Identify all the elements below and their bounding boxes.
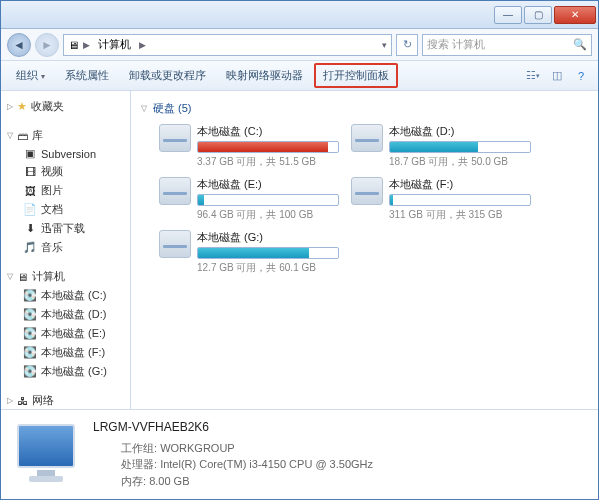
drives-grid: 本地磁盘 (C:) 3.37 GB 可用，共 51.5 GB 本地磁盘 (D:)… — [141, 120, 588, 285]
body: ▷★收藏夹 ▽🗃库 ▣Subversion 🎞视频 🖼图片 📄文档 ⬇迅雷下载 … — [1, 91, 598, 409]
drive-icon — [159, 177, 191, 205]
details-body: LRGM-VVFHAEB2K6 工作组: WORKGROUP 处理器: Inte… — [93, 420, 373, 490]
chevron-down-icon[interactable]: ▾ — [382, 40, 387, 50]
toolbar-map-network-drive[interactable]: 映射网络驱动器 — [217, 63, 312, 88]
nav-drive-d[interactable]: 💽本地磁盘 (D:) — [5, 305, 126, 324]
usage-bar — [197, 247, 339, 259]
music-icon: 🎵 — [23, 241, 37, 254]
drive-info: 18.7 GB 可用，共 50.0 GB — [389, 155, 531, 169]
star-icon: ★ — [17, 100, 27, 113]
drive-info: 311 GB 可用，共 315 GB — [389, 208, 531, 222]
breadcrumb-segment[interactable]: 计算机 — [94, 37, 135, 52]
chevron-down-icon: ▷ — [7, 102, 13, 111]
usage-bar — [197, 141, 339, 153]
usage-bar-fill — [390, 142, 478, 152]
drive-item-f[interactable]: 本地磁盘 (F:) 311 GB 可用，共 315 GB — [351, 177, 531, 222]
drive-icon: 💽 — [23, 289, 37, 302]
network-icon: 🖧 — [17, 395, 28, 407]
group-header-hdd[interactable]: ▽硬盘 (5) — [141, 97, 588, 120]
drive-item-c[interactable]: 本地磁盘 (C:) 3.37 GB 可用，共 51.5 GB — [159, 124, 339, 169]
drive-name: 本地磁盘 (C:) — [197, 124, 339, 139]
details-pane: LRGM-VVFHAEB2K6 工作组: WORKGROUP 处理器: Inte… — [1, 409, 598, 499]
minimize-button[interactable]: ― — [494, 6, 522, 24]
toolbar: 组织▾ 系统属性 卸载或更改程序 映射网络驱动器 打开控制面板 ☷▾ ◫ ? — [1, 61, 598, 91]
picture-icon: 🖼 — [23, 185, 37, 197]
usage-bar-fill — [198, 195, 204, 205]
search-icon: 🔍 — [573, 38, 587, 51]
chevron-down-icon: ▽ — [141, 104, 147, 113]
nav-computer[interactable]: ▽🖥计算机 — [5, 267, 126, 286]
usage-bar — [197, 194, 339, 206]
drive-icon: 💽 — [23, 327, 37, 340]
chevron-right-icon: ▶ — [139, 40, 146, 50]
drive-icon — [159, 124, 191, 152]
drive-item-g[interactable]: 本地磁盘 (G:) 12.7 GB 可用，共 60.1 GB — [159, 230, 339, 275]
maximize-button[interactable]: ▢ — [524, 6, 552, 24]
computer-large-icon — [11, 420, 81, 490]
usage-bar — [389, 141, 531, 153]
folder-icon: ▣ — [23, 147, 37, 160]
nav-drive-g[interactable]: 💽本地磁盘 (G:) — [5, 362, 126, 381]
nav-lib-music[interactable]: 🎵音乐 — [5, 238, 126, 257]
chevron-down-icon: ▽ — [7, 272, 13, 281]
nav-lib-videos[interactable]: 🎞视频 — [5, 162, 126, 181]
computer-icon: 🖥 — [17, 271, 28, 283]
help-button[interactable]: ? — [570, 66, 592, 86]
toolbar-uninstall[interactable]: 卸载或更改程序 — [120, 63, 215, 88]
detail-cpu: 处理器: Intel(R) Core(TM) i3-4150 CPU @ 3.5… — [93, 456, 373, 473]
drive-name: 本地磁盘 (D:) — [389, 124, 531, 139]
search-placeholder: 搜索 计算机 — [427, 37, 485, 52]
computer-name: LRGM-VVFHAEB2K6 — [93, 420, 373, 434]
close-button[interactable]: ✕ — [554, 6, 596, 24]
library-icon: 🗃 — [17, 130, 28, 142]
nav-network[interactable]: ▷🖧网络 — [5, 391, 126, 409]
explorer-window: ― ▢ ✕ ◄ ► 🖥 ▶ 计算机 ▶ ▾ ↻ 搜索 计算机 🔍 组织▾ 系统属… — [0, 0, 599, 500]
video-icon: 🎞 — [23, 166, 37, 178]
drive-name: 本地磁盘 (G:) — [197, 230, 339, 245]
usage-bar — [389, 194, 531, 206]
nav-drive-f[interactable]: 💽本地磁盘 (F:) — [5, 343, 126, 362]
detail-memory: 内存: 8.00 GB — [93, 473, 373, 490]
drive-icon: 💽 — [23, 346, 37, 359]
address-bar: ◄ ► 🖥 ▶ 计算机 ▶ ▾ ↻ 搜索 计算机 🔍 — [1, 29, 598, 61]
content-pane: ▽硬盘 (5) 本地磁盘 (C:) 3.37 GB 可用，共 51.5 GB 本… — [131, 91, 598, 409]
nav-lib-downloads[interactable]: ⬇迅雷下载 — [5, 219, 126, 238]
drive-item-e[interactable]: 本地磁盘 (E:) 96.4 GB 可用，共 100 GB — [159, 177, 339, 222]
view-options-button[interactable]: ☷▾ — [522, 66, 544, 86]
detail-workgroup: 工作组: WORKGROUP — [93, 440, 373, 457]
download-icon: ⬇ — [23, 222, 37, 235]
toolbar-organize[interactable]: 组织▾ — [7, 63, 54, 88]
nav-lib-subversion[interactable]: ▣Subversion — [5, 145, 126, 162]
toolbar-control-panel[interactable]: 打开控制面板 — [314, 63, 398, 88]
preview-pane-button[interactable]: ◫ — [546, 66, 568, 86]
refresh-button[interactable]: ↻ — [396, 34, 418, 56]
drive-info: 96.4 GB 可用，共 100 GB — [197, 208, 339, 222]
computer-icon: 🖥 — [68, 39, 79, 51]
drive-icon — [351, 177, 383, 205]
drive-icon: 💽 — [23, 308, 37, 321]
nav-forward-button[interactable]: ► — [35, 33, 59, 57]
address-box[interactable]: 🖥 ▶ 计算机 ▶ ▾ — [63, 34, 392, 56]
nav-lib-pictures[interactable]: 🖼图片 — [5, 181, 126, 200]
drive-icon — [159, 230, 191, 258]
usage-bar-fill — [198, 248, 309, 258]
drive-name: 本地磁盘 (F:) — [389, 177, 531, 192]
nav-drive-c[interactable]: 💽本地磁盘 (C:) — [5, 286, 126, 305]
titlebar: ― ▢ ✕ — [1, 1, 598, 29]
document-icon: 📄 — [23, 203, 37, 216]
nav-drive-e[interactable]: 💽本地磁盘 (E:) — [5, 324, 126, 343]
nav-favorites[interactable]: ▷★收藏夹 — [5, 97, 126, 116]
drive-icon: 💽 — [23, 365, 37, 378]
usage-bar-fill — [390, 195, 393, 205]
chevron-down-icon: ▷ — [7, 396, 13, 405]
nav-libraries[interactable]: ▽🗃库 — [5, 126, 126, 145]
nav-back-button[interactable]: ◄ — [7, 33, 31, 57]
drive-item-d[interactable]: 本地磁盘 (D:) 18.7 GB 可用，共 50.0 GB — [351, 124, 531, 169]
chevron-right-icon: ▶ — [83, 40, 90, 50]
toolbar-system-properties[interactable]: 系统属性 — [56, 63, 118, 88]
nav-lib-documents[interactable]: 📄文档 — [5, 200, 126, 219]
drive-icon — [351, 124, 383, 152]
search-input[interactable]: 搜索 计算机 🔍 — [422, 34, 592, 56]
drive-info: 3.37 GB 可用，共 51.5 GB — [197, 155, 339, 169]
usage-bar-fill — [198, 142, 328, 152]
